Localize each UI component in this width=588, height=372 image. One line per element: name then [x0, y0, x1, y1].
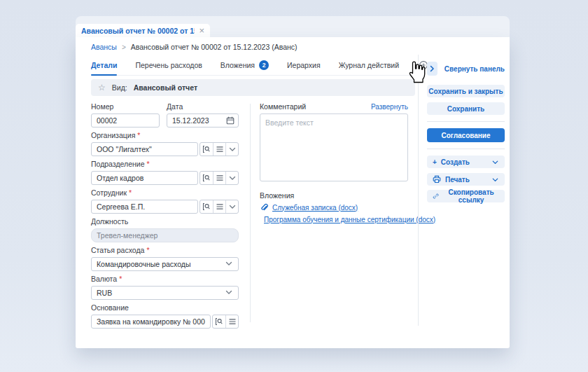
tab-label: Детали	[91, 61, 117, 69]
required-marker: *	[146, 246, 149, 254]
required-marker: *	[137, 131, 140, 139]
panel-section-divider	[427, 121, 505, 122]
select-value: Командировочные расходы	[97, 260, 225, 268]
employee-controls	[200, 200, 239, 214]
department-controls	[200, 171, 239, 185]
close-icon[interactable]: ×	[195, 26, 204, 35]
field-label: Дата	[167, 102, 239, 111]
paperclip-icon	[260, 203, 268, 212]
approval-button[interactable]: Согласование	[427, 128, 505, 142]
field-expense-type: Статья расхода* Командировочные расходы	[91, 246, 239, 271]
create-button[interactable]: + Создать	[427, 156, 505, 168]
breadcrumb-separator-icon: >	[122, 43, 126, 51]
tab-attachments[interactable]: Вложения 2	[220, 55, 269, 75]
document-tab[interactable]: Авансовый отчет № 00002 от 15.12.2023 (А…	[76, 24, 210, 37]
employee-input[interactable]	[91, 200, 198, 214]
comment-label: Комментарий	[260, 102, 306, 111]
chevron-down-icon[interactable]	[225, 172, 238, 184]
print-button-label: Печать	[445, 176, 470, 184]
tab-label: Перечень расходов	[135, 61, 202, 69]
lookup-icon[interactable]	[200, 172, 213, 184]
field-date: Дата	[167, 102, 239, 128]
collapse-panel-button[interactable]	[427, 62, 438, 76]
field-basis: Основание	[91, 303, 239, 329]
printer-icon	[433, 175, 441, 184]
link-icon	[433, 192, 439, 200]
tab-details[interactable]: Детали	[91, 55, 117, 75]
select-value: RUB	[97, 289, 225, 297]
copy-link-button[interactable]: Скопировать ссылку	[427, 190, 505, 202]
attachment-item[interactable]: Программа обучения и данные сертификации…	[260, 215, 408, 223]
field-label: Основание	[91, 303, 239, 312]
copy-link-button-label: Скопировать ссылку	[443, 188, 499, 204]
expand-comment-link[interactable]: Развернуть	[371, 103, 408, 111]
currency-select[interactable]: RUB	[91, 286, 239, 300]
department-input[interactable]	[91, 171, 198, 185]
save-and-close-button[interactable]: Сохранить и закрыть	[427, 85, 505, 97]
chevron-right-icon	[428, 65, 435, 72]
chevron-down-icon	[225, 288, 233, 298]
lookup-icon[interactable]	[200, 143, 213, 156]
tab-hierarchy[interactable]: Иерархия	[287, 55, 321, 75]
field-label: Организация*	[91, 131, 239, 140]
document-tabs: Детали Перечень расходов Вложения 2 Иера…	[91, 55, 415, 76]
panel-divider	[418, 55, 419, 326]
form-column: Номер Дата Организация*	[91, 102, 239, 332]
chevron-down-icon[interactable]	[225, 143, 238, 156]
required-marker: *	[129, 188, 132, 197]
plus-icon: +	[433, 158, 437, 166]
field-label: Валюта*	[91, 275, 239, 284]
field-department: Подразделение*	[91, 160, 239, 185]
field-label: Подразделение*	[91, 160, 239, 169]
field-label: Номер	[91, 102, 160, 111]
view-label: Вид:	[112, 83, 127, 92]
menu-icon[interactable]	[225, 315, 238, 328]
attachments-count-badge: 2	[259, 60, 269, 70]
breadcrumb: Авансы > Авансовый отчет № 00002 от 15.1…	[91, 43, 298, 51]
calendar-icon[interactable]	[226, 116, 234, 125]
lookup-icon[interactable]	[213, 315, 225, 328]
breadcrumb-root-link[interactable]: Авансы	[91, 43, 117, 51]
column-divider	[250, 104, 251, 322]
field-label: Статья расхода*	[91, 246, 239, 255]
tab-label: Журнал действий	[339, 61, 399, 69]
attachments-title: Вложения	[260, 191, 408, 200]
tab-label: Вложения	[220, 61, 255, 69]
menu-icon[interactable]	[213, 200, 225, 213]
comment-textarea[interactable]	[260, 113, 408, 181]
save-button[interactable]: Сохранить	[427, 102, 505, 115]
organization-controls	[200, 142, 239, 156]
document-card: Авансы > Авансовый отчет № 00002 от 15.1…	[76, 37, 510, 348]
field-employee: Сотрудник*	[91, 188, 239, 214]
create-button-label: Создать	[441, 158, 470, 166]
comment-column: Комментарий Развернуть Вложения Служебна…	[260, 102, 408, 227]
attachment-link[interactable]: Программа обучения и данные сертификации…	[264, 216, 435, 223]
number-input[interactable]	[91, 113, 160, 128]
view-bar: ☆ Вид: Авансовый отчет	[91, 79, 415, 96]
field-label: Должность	[91, 217, 239, 226]
attachment-item[interactable]: Служебная записка (docx)	[260, 203, 408, 212]
tab-strip: Авансовый отчет № 00002 от 15.12.2023 (А…	[76, 16, 510, 37]
attachment-link[interactable]: Служебная записка (docx)	[272, 204, 358, 212]
tab-action-log[interactable]: Журнал действий	[339, 55, 399, 75]
required-marker: *	[119, 275, 122, 283]
tab-label: Иерархия	[287, 61, 321, 69]
basis-input[interactable]	[91, 315, 211, 329]
basis-controls	[212, 315, 239, 329]
organization-input[interactable]	[91, 142, 198, 156]
favorite-star-icon[interactable]: ☆	[98, 83, 106, 92]
chevron-down-icon	[491, 158, 499, 166]
document-tab-title: Авансовый отчет № 00002 от 15.12.2023 (А…	[81, 27, 195, 35]
menu-icon[interactable]	[213, 172, 225, 184]
chevron-down-icon[interactable]	[225, 200, 238, 213]
expense-type-select[interactable]: Командировочные расходы	[91, 257, 239, 271]
lookup-icon[interactable]	[200, 200, 213, 213]
panel-section-divider	[427, 149, 505, 149]
menu-icon[interactable]	[213, 143, 225, 156]
action-panel: Свернуть панель Сохранить и закрыть Сохр…	[427, 62, 505, 202]
print-button[interactable]: Печать	[427, 173, 505, 186]
field-position: Должность	[91, 217, 239, 242]
tab-expense-list[interactable]: Перечень расходов	[135, 55, 202, 75]
collapse-panel-label[interactable]: Свернуть панель	[444, 65, 505, 73]
required-marker: *	[147, 160, 150, 168]
